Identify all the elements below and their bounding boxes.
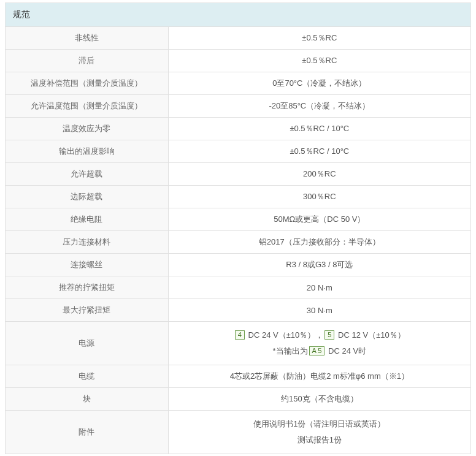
row-label: 输出的温度影响 [6, 140, 169, 163]
row-label: 推荐的拧紧扭矩 [6, 276, 169, 299]
row-label: 绝缘电阻 [6, 208, 169, 231]
badge-icon: 4 [235, 330, 245, 340]
row-label: 最大拧紧扭矩 [6, 299, 169, 322]
text: DC 12 V（±10％） [336, 330, 405, 340]
row-label: 滞后 [6, 50, 169, 72]
row-value: ±0.5％RC / 10°C [168, 140, 470, 163]
row-value: -20至85°C（冷凝，不结冰） [168, 95, 470, 118]
row-value: 300％RC [168, 186, 470, 208]
table-row: 输出的温度影响±0.5％RC / 10°C [6, 140, 471, 163]
table-row: 压力连接材料铝2017（压力接收部分：半导体） [6, 231, 471, 254]
row-value: ±0.5％RC [168, 50, 470, 72]
row-value: ±0.5％RC [168, 27, 470, 50]
text: 测试报告1份 [172, 432, 467, 448]
row-value: 0至70°C（冷凝，不结冰） [168, 72, 470, 95]
row-label: 块 [6, 388, 169, 411]
row-value: ±0.5％RC / 10°C [168, 118, 470, 140]
table-row: 推荐的拧紧扭矩20 N·m [6, 276, 471, 299]
table-row: 电缆 4芯或2芯屏蔽（防油）电缆2 m标准φ6 mm（※1） [6, 365, 471, 388]
table-row: 电源 4 DC 24 V（±10％），5 DC 12 V（±10％） *当输出为… [6, 322, 471, 365]
row-value: 使用说明书1份（请注明日语或英语） 测试报告1份 [168, 411, 470, 454]
row-value: 200％RC [168, 163, 470, 186]
table-row: 附件 使用说明书1份（请注明日语或英语） 测试报告1份 [6, 411, 471, 454]
row-label: 电源 [6, 322, 169, 365]
row-label: 允许超载 [6, 163, 169, 186]
row-label: 压力连接材料 [6, 231, 169, 254]
row-label: 温度效应为零 [6, 118, 169, 140]
table-row: 非线性±0.5％RC [6, 27, 471, 50]
row-label: 允许温度范围（测量介质温度） [6, 95, 169, 118]
row-label: 电缆 [6, 365, 169, 388]
table-row: 连接螺丝R3 / 8或G3 / 8可选 [6, 254, 471, 276]
row-label: 附件 [6, 411, 169, 454]
row-label: 边际超载 [6, 186, 169, 208]
table-row: 最大拧紧扭矩30 N·m [6, 299, 471, 322]
text: 使用说明书1份（请注明日语或英语） [172, 416, 467, 432]
row-label: 温度补偿范围（测量介质温度） [6, 72, 169, 95]
row-value: R3 / 8或G3 / 8可选 [168, 254, 470, 276]
row-value: 4芯或2芯屏蔽（防油）电缆2 m标准φ6 mm（※1） [168, 365, 470, 388]
table-row: 温度补偿范围（测量介质温度）0至70°C（冷凝，不结冰） [6, 72, 471, 95]
row-value: 50MΩ或更高（DC 50 V） [168, 208, 470, 231]
table-row: 滞后±0.5％RC [6, 50, 471, 72]
text: DC 24 V时 [326, 346, 366, 355]
badge-icon: 5 [324, 330, 334, 340]
row-value: 4 DC 24 V（±10％），5 DC 12 V（±10％） *当输出为A 5… [168, 322, 470, 365]
table-row: 边际超载300％RC [6, 186, 471, 208]
table-row: 绝缘电阻50MΩ或更高（DC 50 V） [6, 208, 471, 231]
row-label: 非线性 [6, 27, 169, 50]
table-row: 块 约150克（不含电缆） [6, 388, 471, 411]
section-title: 规范 [5, 2, 471, 26]
text: DC 24 V（±10％）， [246, 330, 323, 340]
table-row: 允许温度范围（测量介质温度）-20至85°C（冷凝，不结冰） [6, 95, 471, 118]
row-value: 约150克（不含电缆） [168, 388, 470, 411]
spec-table: 非线性±0.5％RC滞后±0.5％RC温度补偿范围（测量介质温度）0至70°C（… [5, 26, 471, 454]
row-value: 30 N·m [168, 299, 470, 322]
table-row: 温度效应为零±0.5％RC / 10°C [6, 118, 471, 140]
table-row: 允许超载200％RC [6, 163, 471, 186]
row-value: 铝2017（压力接收部分：半导体） [168, 231, 470, 254]
row-value: 20 N·m [168, 276, 470, 299]
badge-icon: A 5 [309, 346, 325, 355]
text: *当输出为 [272, 346, 307, 355]
row-label: 连接螺丝 [6, 254, 169, 276]
